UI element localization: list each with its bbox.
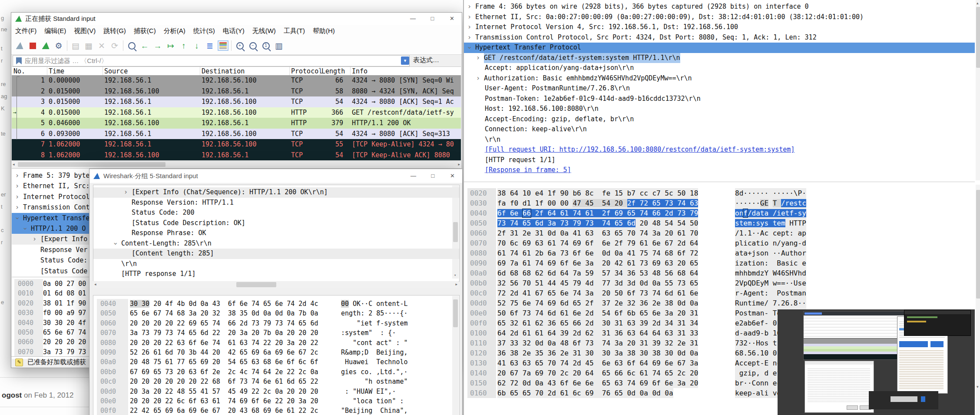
tree-row[interactable]: [Response in frame: 5] xyxy=(464,165,975,176)
scroll-up-icon[interactable]: ▴ xyxy=(977,0,979,7)
column-separator[interactable] xyxy=(103,67,103,76)
maximize-button[interactable]: □ xyxy=(423,13,442,25)
capture-options-icon[interactable]: ⚙ xyxy=(52,39,65,52)
menu-item[interactable]: 编辑(E) xyxy=(40,27,70,35)
packet-row[interactable]: →40.015000192.168.56.1192.168.56.100HTTP… xyxy=(12,107,461,118)
tree-row[interactable]: [Status Code Description: OK] xyxy=(93,218,459,229)
scrollbar-thumb[interactable] xyxy=(236,282,276,287)
expression-button[interactable]: 表达式… xyxy=(413,56,439,64)
packet-row[interactable]: 10.000000192.168.56.1192.168.56.100TCP66… xyxy=(12,75,461,86)
tree-row[interactable]: ›Frame 4: 366 bytes on wire (2928 bits),… xyxy=(464,2,975,12)
zoom-reset-icon[interactable]: 1 xyxy=(259,39,272,52)
column-header-no[interactable]: No. xyxy=(13,67,25,76)
column-header-time[interactable]: Time xyxy=(49,67,64,76)
hex-row[interactable]: 008061 74 61 2b 6a 73 6f 6e 0d 0a 41 75 … xyxy=(464,248,975,258)
menu-item[interactable]: 统计(S) xyxy=(189,27,219,35)
minimize-button[interactable]: — xyxy=(404,169,423,181)
tree-row[interactable]: ›GET /restconf/data/ietf-system:system H… xyxy=(464,53,975,63)
packet-list-hscrollbar[interactable]: ◂ ▸ xyxy=(12,161,461,168)
column-header-info[interactable]: Info xyxy=(352,67,368,76)
tree-row[interactable]: Status Code: 200 xyxy=(93,208,459,218)
tree-row[interactable]: \r\n xyxy=(464,135,975,145)
zoom-in-icon[interactable]: + xyxy=(233,39,246,52)
restart-capture-icon[interactable] xyxy=(39,39,52,52)
menu-item[interactable]: 分析(A) xyxy=(160,27,189,35)
column-header-source[interactable]: Source xyxy=(104,67,128,76)
column-separator[interactable] xyxy=(320,67,320,76)
go-forward-icon[interactable]: → xyxy=(151,39,164,52)
hex-row[interactable]: 0030fa f0 d1 1f 00 00 47 45 54 20 2f 72 … xyxy=(464,198,975,208)
chevron-right-icon[interactable]: › xyxy=(15,181,19,191)
colorize-icon[interactable] xyxy=(216,39,229,52)
open-file-icon[interactable]: ▤ xyxy=(69,39,82,52)
hex-row[interactable]: 00c072 2d 41 67 65 6e 74 3a 20 50 6f 73 … xyxy=(464,288,975,298)
hex-row[interactable]: 005065 6e 67 74 68 3a 20 32 38 35 0d 0a … xyxy=(93,309,459,318)
menu-item[interactable]: 文件(F) xyxy=(11,27,40,35)
hex-row[interactable]: 00f022 42 65 69 6a 69 6e 67 20 43 68 69 … xyxy=(93,406,459,415)
close-file-icon[interactable]: ✕ xyxy=(95,39,108,52)
menu-item[interactable]: 无线(W) xyxy=(248,27,280,35)
hex-row[interactable]: 002038 64 10 e4 1f 90 b6 8c fe 15 b7 cc … xyxy=(464,188,975,198)
tree-row[interactable]: Response Version: HTTP/1.1 xyxy=(93,198,459,208)
tree-row[interactable]: Accept: application/yang-data+json\r\n xyxy=(464,63,975,73)
chevron-down-icon[interactable]: › xyxy=(110,242,121,246)
column-separator[interactable] xyxy=(200,67,200,76)
tree-row[interactable]: [HTTP response 1/1] xyxy=(93,269,459,279)
find-packet-icon[interactable] xyxy=(125,39,138,52)
packet-list-header[interactable]: No.TimeSourceDestinationProtocolLengthIn… xyxy=(12,66,461,76)
chevron-down-icon[interactable]: › xyxy=(12,216,22,220)
hex-row[interactable]: 00e020 20 20 22 6c 6f 63 61 74 69 6f 6e … xyxy=(93,396,459,406)
scrollbar-thumb[interactable] xyxy=(976,7,980,68)
chevron-right-icon[interactable]: › xyxy=(15,170,19,181)
filter-dropdown-icon[interactable]: ▾ xyxy=(401,56,409,65)
chevron-right-icon[interactable]: › xyxy=(467,12,471,23)
chevron-right-icon[interactable]: › xyxy=(15,202,19,212)
hex-row[interactable]: 006020 20 20 20 22 69 65 74 66 2d 73 79 … xyxy=(93,319,459,328)
packet-row[interactable]: 71.062000192.168.56.1192.168.56.100TCP55… xyxy=(12,139,461,150)
column-header-length[interactable]: Length xyxy=(321,67,345,76)
resize-columns-icon[interactable]: ▥ xyxy=(272,39,285,52)
column-separator[interactable] xyxy=(350,67,351,76)
detail-hscrollbar[interactable]: ◂ ▸ xyxy=(93,281,459,288)
hex-row[interactable]: 00d020 3a 20 22 48 55 41 57 45 49 22 2c … xyxy=(93,387,459,396)
menu-item[interactable]: 电话(Y) xyxy=(219,27,248,35)
menu-item[interactable]: 帮助(H) xyxy=(309,27,339,35)
hex-row[interactable]: 00406f 6e 66 2f 64 61 74 61 2f 69 65 74 … xyxy=(464,208,975,218)
scrollbar-thumb[interactable] xyxy=(18,162,166,167)
tree-row[interactable]: ›[Expert Info (Chat/Sequence): HTTP/1.1 … xyxy=(93,187,459,198)
display-filter-input[interactable]: 应用显示过滤器 … 〈Ctrl-/〉 ▾ xyxy=(13,55,410,66)
chevron-down-icon[interactable]: › xyxy=(20,227,30,231)
menu-item[interactable]: 捕获(C) xyxy=(130,27,160,35)
tree-row[interactable]: Host: 192.168.56.100:8080\r\n xyxy=(464,104,975,114)
packet-row[interactable]: 30.015000192.168.56.1192.168.56.100TCP54… xyxy=(12,96,461,107)
tree-row[interactable]: [HTTP request 1/1] xyxy=(464,155,975,166)
win1-titlebar[interactable]: 正在捕获 Standard input —□✕ xyxy=(11,13,462,25)
tree-row[interactable]: ›Ethernet II, Src: 0a:00:27:00:00:09 (0a… xyxy=(464,12,975,23)
scroll-left-icon[interactable]: ◂ xyxy=(94,281,96,288)
maximize-button[interactable]: □ xyxy=(423,169,443,181)
go-back-icon[interactable]: ← xyxy=(138,39,151,52)
win2-titlebar[interactable]: Wireshark·分组 5·Standard input —□✕ xyxy=(89,169,462,183)
column-separator[interactable] xyxy=(47,67,47,76)
packet-row[interactable]: 81.062000192.168.56.100192.168.56.1TCP54… xyxy=(12,150,461,161)
scroll-down-icon[interactable]: ▾ xyxy=(977,384,979,390)
hex-row[interactable]: 00a06d 68 68 62 6d 64 7a 59 57 34 36 53 … xyxy=(464,268,975,278)
detail-vscrollbar[interactable]: ▴ xyxy=(976,0,980,180)
chevron-right-icon[interactable]: › xyxy=(33,234,36,244)
hex-row[interactable]: 009052 26 61 6d 70 3b 44 20 42 65 69 6a … xyxy=(93,348,459,357)
tree-row[interactable]: [Full request URI: http://192.168.56.100… xyxy=(464,145,975,155)
close-button[interactable]: ✕ xyxy=(442,13,462,25)
packet-row[interactable]: 60.093000192.168.56.1192.168.56.100TCP54… xyxy=(12,129,461,139)
tree-row[interactable]: [Content length: 285] xyxy=(93,249,459,259)
hex-row[interactable]: 005073 74 65 6d 3a 73 79 73 74 65 6d 20 … xyxy=(464,218,975,228)
hex-row[interactable]: 007070 6c 69 63 61 74 69 6f 6e 2f 79 61 … xyxy=(464,238,975,248)
chevron-right-icon[interactable]: › xyxy=(476,73,480,84)
scroll-right-icon[interactable]: ▸ xyxy=(455,281,457,288)
chevron-right-icon[interactable]: › xyxy=(467,22,471,33)
save-file-icon[interactable]: ▦ xyxy=(82,39,95,52)
column-separator[interactable] xyxy=(289,67,290,76)
close-button[interactable]: ✕ xyxy=(443,169,462,181)
reload-icon[interactable]: ⟳ xyxy=(108,39,121,52)
stop-capture-icon[interactable] xyxy=(26,39,39,52)
packet-row[interactable]: 20.015000192.168.56.100192.168.56.1TCP58… xyxy=(12,86,461,97)
